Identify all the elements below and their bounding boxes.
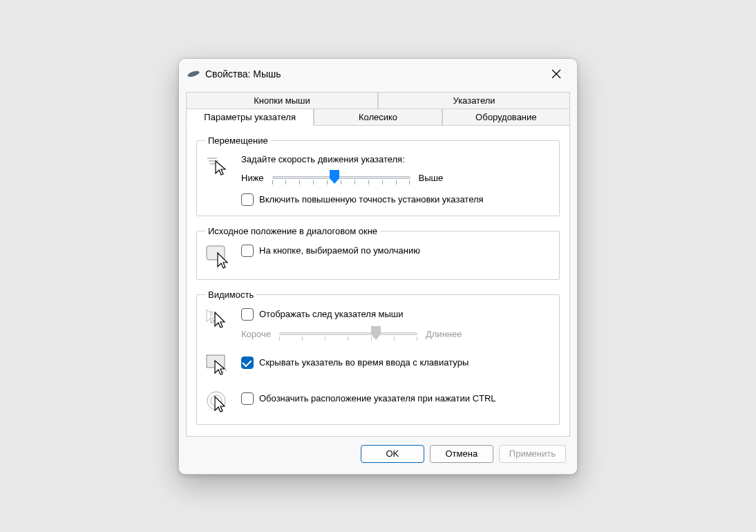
hide-while-typing-checkbox[interactable] <box>241 357 254 369</box>
enhance-precision-label: Включить повышенную точность установки у… <box>259 193 484 206</box>
group-snapto-legend: Исходное положение в диалоговом окне <box>205 226 380 236</box>
mouse-icon <box>187 70 200 78</box>
tab-pointers[interactable]: Указатели <box>378 92 570 108</box>
pointer-trails-checkbox[interactable] <box>241 308 254 321</box>
show-location-ctrl-label: Обозначить расположение указателя при на… <box>259 392 496 405</box>
dialog-footer: OK Отмена Применить <box>179 437 577 474</box>
pointer-trails-icon <box>205 308 233 332</box>
window-title: Свойства: Мышь <box>205 68 281 79</box>
snapto-icon <box>205 245 233 269</box>
ok-button[interactable]: OK <box>361 445 424 463</box>
group-motion-legend: Перемещение <box>205 135 271 146</box>
apply-button: Применить <box>499 445 566 463</box>
hide-while-typing-icon <box>205 354 233 377</box>
group-visibility-legend: Видимость <box>205 289 256 300</box>
show-location-ctrl-icon <box>205 390 233 415</box>
group-motion: Перемещение Задайте скорость движения ук… <box>196 135 560 216</box>
tab-wheel[interactable]: Колесико <box>314 108 442 125</box>
pointer-speed-slider[interactable] <box>272 171 410 185</box>
pointer-trails-label: Отображать след указателя мыши <box>259 308 404 321</box>
close-button[interactable] <box>542 64 570 84</box>
tab-content: Перемещение Задайте скорость движения ук… <box>186 125 570 437</box>
tab-pointer-options[interactable]: Параметры указателя <box>186 108 314 126</box>
pointer-trails-slider <box>279 327 417 341</box>
show-location-ctrl-checkbox[interactable] <box>241 392 254 405</box>
cancel-button[interactable]: Отмена <box>430 445 493 463</box>
hide-while-typing-label: Скрывать указатель во время ввода с клав… <box>259 357 469 369</box>
group-snapto: Исходное положение в диалоговом окне На … <box>196 226 560 280</box>
mouse-properties-dialog: Свойства: Мышь Кнопки мыши Указатели Пар… <box>178 58 578 475</box>
svg-point-9 <box>223 371 224 372</box>
pointer-speed-caption: Задайте скорость движения указателя: <box>241 154 551 164</box>
snapto-checkbox[interactable] <box>241 245 254 257</box>
slider-label-faster: Выше <box>419 173 444 183</box>
slider-label-slower: Ниже <box>241 173 264 183</box>
enhance-precision-checkbox[interactable] <box>241 193 254 206</box>
trail-label-shorter: Короче <box>241 329 271 339</box>
svg-point-10 <box>225 370 227 371</box>
group-visibility: Видимость <box>196 289 560 425</box>
titlebar: Свойства: Мышь <box>179 59 577 88</box>
tab-buttons[interactable]: Кнопки мыши <box>186 92 378 108</box>
trail-label-longer: Длиннее <box>426 329 462 339</box>
pointer-speed-icon <box>205 154 233 176</box>
snapto-label: На кнопке, выбираемой по умолчанию <box>259 245 420 257</box>
tab-hardware[interactable]: Оборудование <box>442 108 570 125</box>
